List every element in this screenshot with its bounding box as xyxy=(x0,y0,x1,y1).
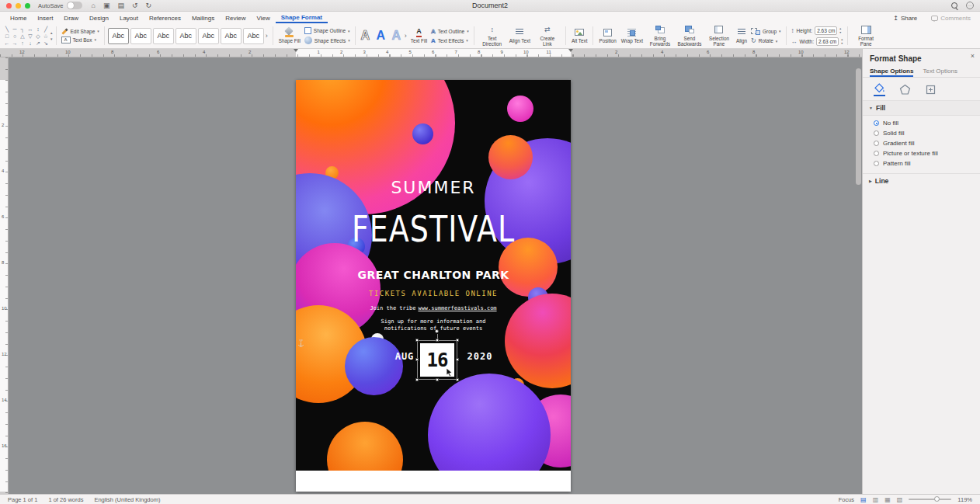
poster-shape[interactable]: SUMMER FEASTIVAL GREAT CHARLTON PARK TIC… xyxy=(296,80,571,471)
align-button[interactable]: Align xyxy=(734,27,749,43)
fill-option-picture-or-texture-fill[interactable]: Picture or texture fill xyxy=(863,148,980,158)
share-button[interactable]: ↥ Share xyxy=(893,15,917,22)
text-outline-button[interactable]: A Text Outline ▾ xyxy=(429,28,471,35)
shape-effects-button[interactable]: Shape Effects ▾ xyxy=(303,36,352,44)
wordart-gallery-more-icon[interactable]: › xyxy=(405,32,407,40)
shape-style-thumb[interactable]: Abc xyxy=(108,28,129,44)
layout-properties-icon[interactable] xyxy=(925,84,937,96)
vertical-scrollbar[interactable] xyxy=(856,68,861,185)
tab-insert[interactable]: Insert xyxy=(32,13,58,23)
indent-marker[interactable] xyxy=(568,49,573,54)
focus-button[interactable]: Focus xyxy=(839,496,854,503)
print-layout-view-icon[interactable]: ▤ xyxy=(860,496,867,503)
selection-handle[interactable] xyxy=(456,378,459,381)
align-text-button[interactable]: Align Text xyxy=(507,27,533,43)
save-icon[interactable]: ▣ xyxy=(103,2,110,9)
tab-references[interactable]: References xyxy=(144,13,186,23)
gallery-down-icon[interactable]: ▾ xyxy=(50,36,53,41)
shape-gallery-item[interactable]: ↗ xyxy=(34,40,42,47)
position-button[interactable]: Position xyxy=(596,27,618,43)
height-stepper[interactable]: ▴▾ xyxy=(839,27,841,34)
document-page[interactable]: SUMMER FEASTIVAL GREAT CHARLTON PARK TIC… xyxy=(296,80,571,492)
tab-layout[interactable]: Layout xyxy=(114,13,144,23)
vertical-ruler[interactable]: 246810121416 xyxy=(0,57,9,494)
fill-option-pattern-fill[interactable]: Pattern fill xyxy=(863,158,980,169)
alt-text-button[interactable]: Alt Text xyxy=(569,27,590,43)
selection-handle[interactable] xyxy=(415,378,419,381)
format-pane-button[interactable]: Format Pane xyxy=(851,25,881,47)
wordart-style-thumb[interactable]: A xyxy=(390,29,403,43)
horizontal-ruler[interactable]: 12108642123456789101124681012 xyxy=(0,49,862,57)
undo-icon[interactable]: ↺ xyxy=(132,2,138,9)
selection-handle[interactable] xyxy=(456,339,459,342)
draft-view-icon[interactable]: ▧ xyxy=(897,496,903,503)
tab-design[interactable]: Design xyxy=(84,13,114,23)
shape-gallery-item[interactable]: ↓ xyxy=(26,40,34,47)
step-down-icon[interactable]: ▾ xyxy=(841,42,843,45)
tab-view[interactable]: View xyxy=(251,13,275,23)
shape-style-thumb[interactable]: Abc xyxy=(130,28,151,44)
shape-gallery-item[interactable]: ─ xyxy=(11,26,19,33)
zoom-level[interactable]: 119% xyxy=(957,496,972,503)
shape-gallery-item[interactable]: △ xyxy=(19,33,26,40)
zoom-slider[interactable] xyxy=(909,499,951,500)
outline-view-icon[interactable]: ▦ xyxy=(884,496,891,503)
web-layout-view-icon[interactable]: ▥ xyxy=(873,496,879,503)
text-fill-button[interactable]: A Text Fill xyxy=(408,27,429,43)
create-link-button[interactable]: ⇄ Create Link xyxy=(533,25,562,47)
selection-handle[interactable] xyxy=(415,358,419,361)
language-indicator[interactable]: English (United Kingdom) xyxy=(94,496,160,503)
zoom-window-button[interactable] xyxy=(25,3,30,9)
text-direction-button[interactable]: ↕ Text Direction xyxy=(478,25,507,47)
autosave-toggle[interactable]: AutoSave xyxy=(38,2,82,9)
page-indicator[interactable]: Page 1 of 1 xyxy=(8,496,37,503)
shape-gallery-item[interactable]: ▽ xyxy=(26,33,34,40)
shape-gallery-item[interactable]: ↑ xyxy=(19,40,26,47)
tab-home[interactable]: Home xyxy=(5,13,32,23)
fill-option-solid-fill[interactable]: Solid fill xyxy=(863,128,980,138)
tab-shape-format[interactable]: Shape Format xyxy=(276,12,328,23)
wordart-style-thumb[interactable]: A xyxy=(374,29,387,43)
tab-review[interactable]: Review xyxy=(220,13,251,23)
width-input[interactable]: 2.63 cm xyxy=(816,37,839,46)
shape-height-field[interactable]: ↕ Height: 2.63 cm ▴▾ xyxy=(790,26,845,35)
shape-gallery-item[interactable]: ↔ xyxy=(26,26,34,33)
shape-style-thumb[interactable]: Abc xyxy=(153,28,174,44)
shape-gallery-item[interactable]: → xyxy=(11,40,19,47)
selection-handle[interactable] xyxy=(436,378,439,381)
wordart-style-thumb[interactable]: A xyxy=(359,29,372,43)
indent-marker[interactable] xyxy=(294,49,298,54)
fill-option-no-fill[interactable]: No fill xyxy=(863,118,980,128)
fill-option-gradient-fill[interactable]: Gradient fill xyxy=(863,138,980,148)
tab-text-options[interactable]: Text Options xyxy=(923,66,957,77)
selection-handle[interactable] xyxy=(415,339,419,342)
tab-mailings[interactable]: Mailings xyxy=(186,13,220,23)
shape-gallery-item[interactable]: ╲ xyxy=(3,26,11,33)
group-button[interactable]: Group ▾ xyxy=(749,27,783,35)
selection-pane-button[interactable]: Selection Pane xyxy=(704,25,734,47)
minimize-window-button[interactable] xyxy=(16,3,21,9)
shape-gallery-item[interactable]: ┐ xyxy=(19,26,26,33)
step-up-icon[interactable]: ▴ xyxy=(841,38,843,41)
fill-and-line-icon[interactable] xyxy=(874,82,885,96)
close-panel-button[interactable]: × xyxy=(971,53,975,60)
shape-width-field[interactable]: ↔ Width: 2.63 cm ▴▾ xyxy=(790,37,845,46)
zoom-slider-thumb[interactable] xyxy=(934,496,940,502)
width-stepper[interactable]: ▴▾ xyxy=(841,38,843,45)
home-icon[interactable]: ⌂ xyxy=(92,2,96,9)
word-count[interactable]: 1 of 26 words xyxy=(48,496,83,503)
shape-style-thumb[interactable]: Abc xyxy=(221,28,242,44)
shape-gallery-item[interactable]: ╱ xyxy=(42,26,50,33)
shape-gallery-item[interactable]: ◇ xyxy=(34,33,42,40)
step-up-icon[interactable]: ▴ xyxy=(839,27,841,30)
fill-section-header[interactable]: ▼ Fill xyxy=(863,101,980,116)
height-input[interactable]: 2.63 cm xyxy=(815,26,837,35)
shape-gallery-item[interactable]: □ xyxy=(3,33,11,40)
bring-forwards-button[interactable]: Bring Forwards xyxy=(645,25,675,47)
edit-shape-button[interactable]: Edit Shape ▾ xyxy=(60,29,101,34)
rotate-button[interactable]: ↻ Rotate ▾ xyxy=(749,37,783,44)
shape-gallery-item[interactable]: ↕ xyxy=(34,26,42,33)
gallery-up-icon[interactable]: ▴ xyxy=(50,30,53,35)
account-icon[interactable]: ⋯ xyxy=(966,2,974,9)
send-backwards-button[interactable]: Send Backwards xyxy=(675,25,704,47)
